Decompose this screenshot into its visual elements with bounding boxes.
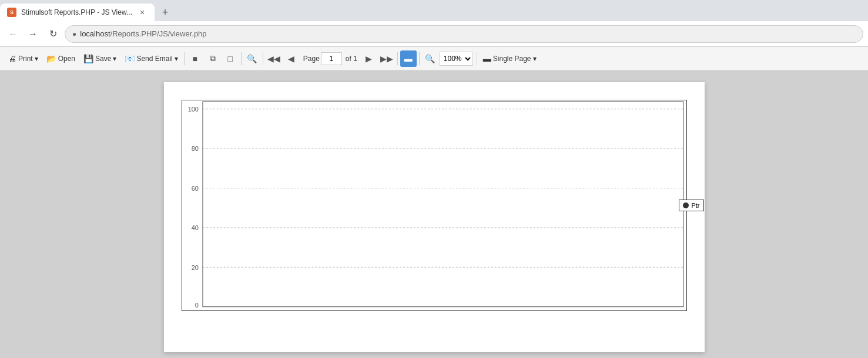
chart-plot-area (202, 102, 683, 307)
forward-button[interactable]: → (25, 26, 41, 42)
address-bar: ← → ↻ ● localhost/Reports.PHP/JS/viewer.… (0, 21, 868, 47)
new-tab-button[interactable]: + (157, 4, 173, 21)
separator-2 (241, 52, 242, 65)
main-content: 100 80 60 40 20 0 Ptr (0, 70, 868, 358)
print-button[interactable]: 🖨 Print ▾ (5, 50, 42, 67)
y-label-0: 0 (195, 301, 198, 308)
page-icon-btn-3[interactable]: □ (222, 50, 239, 67)
url-bar[interactable]: ● localhost/Reports.PHP/JS/viewer.php (65, 25, 863, 43)
separator-1 (184, 52, 185, 65)
back-button[interactable]: ← (5, 26, 21, 42)
separator-3 (263, 52, 263, 65)
save-button[interactable]: 💾 Save ▾ (80, 50, 120, 67)
next-page-button[interactable]: ▶ (361, 50, 377, 67)
y-label-60: 60 (191, 184, 198, 191)
browser-chrome: S Stimulsoft Reports.PHP - JS View... × … (0, 0, 868, 70)
print-icon: 🖨 (8, 54, 16, 63)
layout-button[interactable]: ▬ Single Page ▾ (480, 50, 540, 67)
page-icon-btn-2[interactable]: ⧉ (205, 50, 221, 67)
separator-5 (419, 52, 420, 65)
folder-icon: 📂 (46, 54, 56, 63)
legend-circle (683, 202, 689, 208)
chart-svg: 100 80 60 40 20 0 (182, 100, 686, 310)
separator-4 (397, 52, 398, 65)
y-label-40: 40 (191, 224, 198, 231)
y-label-80: 80 (191, 145, 198, 152)
chart-container: 100 80 60 40 20 0 Ptr (182, 100, 687, 311)
first-page-button[interactable]: ◀◀ (266, 50, 282, 67)
tab-favicon: S (7, 8, 16, 17)
page-of-label: of 1 (346, 55, 357, 63)
tab-close-button[interactable]: × (137, 7, 148, 18)
report-page: 100 80 60 40 20 0 Ptr (164, 82, 705, 352)
view-mode-button[interactable]: ▬ (400, 50, 417, 67)
separator-6 (477, 52, 477, 65)
page-number-input[interactable] (321, 52, 342, 65)
reload-button[interactable]: ↻ (45, 26, 61, 42)
last-page-button[interactable]: ▶▶ (378, 50, 395, 67)
page-label: Page (303, 55, 320, 63)
page-icon-btn-1[interactable]: ■ (187, 50, 203, 67)
send-email-button[interactable]: 📧 Send Email ▾ (121, 50, 181, 67)
lock-icon: ● (72, 30, 76, 38)
page-navigation: ◀◀ ◀ Page of 1 ▶ ▶▶ (266, 50, 395, 67)
url-host: localhost (80, 29, 110, 38)
legend-box: Ptr (679, 200, 703, 211)
toolbar: 🖨 Print ▾ 📂 Open 💾 Save ▾ 📧 Send Email ▾… (0, 47, 868, 70)
email-icon: 📧 (125, 54, 135, 63)
tab-title: Stimulsoft Reports.PHP - JS View... (21, 8, 132, 16)
active-tab[interactable]: S Stimulsoft Reports.PHP - JS View... × (0, 4, 155, 21)
zoom-select[interactable]: 100% 75% 125% 150% 200% (440, 52, 473, 66)
tab-bar: S Stimulsoft Reports.PHP - JS View... × … (0, 0, 868, 21)
layout-icon: ▬ (483, 54, 491, 63)
url-path: /Reports.PHP/JS/viewer.php (110, 29, 207, 38)
url-text: localhost/Reports.PHP/JS/viewer.php (80, 29, 206, 38)
y-label-100: 100 (187, 106, 198, 113)
y-label-20: 20 (191, 264, 198, 271)
find-button[interactable]: 🔍 (244, 50, 260, 67)
prev-page-button[interactable]: ◀ (283, 50, 300, 67)
zoom-button[interactable]: 🔍 (422, 50, 438, 67)
open-button[interactable]: 📂 Open (43, 50, 79, 67)
save-icon: 💾 (83, 54, 93, 63)
legend-label: Ptr (691, 202, 699, 209)
